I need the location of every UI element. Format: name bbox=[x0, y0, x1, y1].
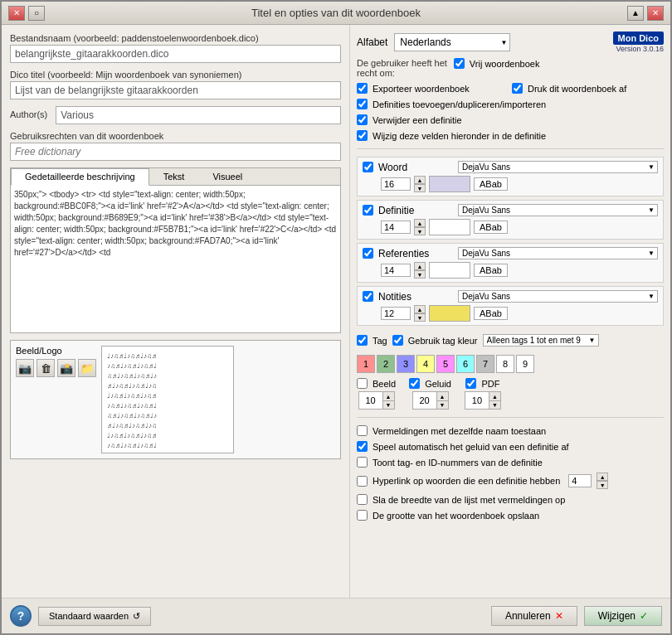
delete-button[interactable]: 🗑 bbox=[37, 359, 55, 377]
folder-button[interactable]: 📁 bbox=[78, 359, 96, 377]
dico-title-input[interactable] bbox=[10, 81, 341, 99]
svg-text:♪♫♬♩♪♫♬♩♪♫♬♩: ♪♫♬♩♪♫♬♩♪♫♬♩ bbox=[107, 442, 157, 449]
free-dict-checkbox[interactable] bbox=[454, 58, 465, 69]
geluid-spin-up[interactable]: ▲ bbox=[436, 392, 448, 400]
referenties-checkbox[interactable] bbox=[363, 248, 373, 259]
notities-size-down[interactable]: ▼ bbox=[414, 313, 426, 322]
notities-size-up[interactable]: ▲ bbox=[414, 305, 426, 313]
definitie-size-up[interactable]: ▲ bbox=[414, 219, 426, 227]
print-checkbox[interactable] bbox=[512, 83, 523, 94]
referenties-font-select[interactable]: DejaVu Sans bbox=[458, 247, 658, 259]
show-tags-checkbox[interactable] bbox=[357, 457, 368, 468]
same-name-checkbox[interactable] bbox=[357, 425, 368, 436]
tag-num-5[interactable]: 5 bbox=[436, 355, 455, 373]
notities-font-select[interactable]: DejaVu Sans bbox=[458, 290, 658, 303]
woord-abab-button[interactable]: ABab bbox=[474, 177, 508, 191]
tab-tekst[interactable]: Tekst bbox=[149, 168, 199, 185]
auto-play-row: Speel automatisch het geluid van een def… bbox=[357, 441, 664, 452]
geluid-checkbox-row: Geluid bbox=[409, 378, 451, 389]
pdf-value[interactable] bbox=[465, 394, 489, 407]
referenties-size-down[interactable]: ▼ bbox=[414, 270, 426, 279]
tag-num-2[interactable]: 2 bbox=[377, 355, 395, 373]
geluid-value[interactable] bbox=[413, 394, 436, 407]
hyperlink-value[interactable] bbox=[568, 474, 592, 487]
save-size-checkbox[interactable] bbox=[357, 510, 368, 521]
definitie-abab-button[interactable]: ABab bbox=[474, 221, 508, 234]
pdf-checkbox[interactable] bbox=[465, 378, 476, 389]
referenties-abab-button[interactable]: ABab bbox=[474, 264, 508, 277]
cancel-button[interactable]: Annuleren ✕ bbox=[491, 606, 577, 626]
close-button-right[interactable]: ✕ bbox=[647, 6, 664, 21]
tag-num-9[interactable]: 9 bbox=[516, 355, 534, 373]
ok-icon: ✓ bbox=[640, 610, 648, 622]
referenties-size-up[interactable]: ▲ bbox=[414, 262, 426, 270]
help-button[interactable]: ? bbox=[10, 605, 32, 627]
minimize-button[interactable]: ○ bbox=[28, 6, 45, 21]
use-tag-color-checkbox[interactable] bbox=[392, 335, 403, 346]
alphabet-select[interactable]: Nederlands English Français bbox=[394, 33, 510, 51]
preview-image: ♩♪♫♬♩♪♫♬♩♪♫♬ ♪♫♬♩♪♫♬♩♪♫♬♩ ♫♬♩♪♫♬♩♪♫♬♩♪ ♬… bbox=[104, 348, 232, 452]
woord-checkbox[interactable] bbox=[363, 162, 373, 172]
definitie-font-select[interactable]: DejaVu Sans bbox=[458, 204, 658, 216]
tag-num-8[interactable]: 8 bbox=[496, 355, 514, 373]
tag-checkbox[interactable] bbox=[357, 335, 368, 346]
definitie-color-swatch[interactable] bbox=[429, 219, 470, 235]
beeld-value[interactable] bbox=[359, 394, 382, 407]
geluid-label: Geluid bbox=[425, 379, 451, 389]
author-input[interactable] bbox=[56, 106, 341, 124]
woord-size-up[interactable]: ▲ bbox=[414, 176, 426, 184]
referenties-font-wrapper: DejaVu Sans ▼ bbox=[458, 247, 658, 259]
close-button[interactable]: ✕ bbox=[8, 6, 25, 21]
definitie-size-input[interactable] bbox=[381, 221, 411, 234]
notities-size-input[interactable] bbox=[381, 307, 411, 320]
beeld-label: Beeld bbox=[373, 379, 396, 389]
tag-num-3[interactable]: 3 bbox=[397, 355, 415, 373]
auto-play-checkbox[interactable] bbox=[357, 441, 368, 452]
ok-button[interactable]: Wijzigen ✓ bbox=[584, 606, 662, 626]
notities-checkbox[interactable] bbox=[363, 291, 373, 302]
referenties-color-swatch[interactable] bbox=[429, 262, 470, 279]
woord-color-swatch[interactable] bbox=[429, 176, 470, 192]
camera-button[interactable]: 📷 bbox=[16, 359, 34, 377]
save-width-checkbox[interactable] bbox=[357, 494, 368, 505]
hyperlink-spin-up[interactable]: ▲ bbox=[597, 473, 608, 481]
tab-text[interactable]: Gedetailleerde beschrijving bbox=[11, 168, 149, 186]
std-values-button[interactable]: Standaard waarden ↺ bbox=[38, 607, 151, 626]
pdf-spin-down[interactable]: ▼ bbox=[489, 400, 500, 409]
beeld-checkbox[interactable] bbox=[357, 378, 368, 389]
woord-font-select[interactable]: DejaVu Sans bbox=[458, 161, 658, 173]
word-entry-top-definitie: Definitie DejaVu Sans ▼ bbox=[363, 204, 658, 216]
tag-num-4[interactable]: 4 bbox=[416, 355, 435, 373]
woord-size-down[interactable]: ▼ bbox=[414, 184, 426, 192]
beeld-spin-up[interactable]: ▲ bbox=[382, 392, 394, 400]
hyperlink-spin-down[interactable]: ▼ bbox=[597, 481, 608, 489]
notities-color-swatch[interactable] bbox=[429, 305, 470, 322]
hyperlink-checkbox[interactable] bbox=[357, 476, 368, 487]
definitie-size-down[interactable]: ▼ bbox=[414, 227, 426, 235]
tag-dropdown-select[interactable]: Alleen tags 1 tot en met 9 bbox=[483, 334, 599, 347]
tag-num-6[interactable]: 6 bbox=[456, 355, 475, 373]
define-checkbox[interactable] bbox=[357, 99, 368, 109]
camera2-button[interactable]: 📸 bbox=[57, 359, 75, 377]
filename-input[interactable] bbox=[10, 45, 341, 63]
tag-num-7[interactable]: 7 bbox=[476, 355, 494, 373]
free-dict-label: Vrij woordenboek bbox=[470, 59, 540, 69]
geluid-spins: ▲ ▼ bbox=[436, 392, 448, 409]
geluid-spin-down[interactable]: ▼ bbox=[436, 400, 448, 409]
notities-abab-button[interactable]: ABab bbox=[474, 307, 508, 320]
remove-checkbox[interactable] bbox=[357, 114, 368, 125]
definitie-checkbox[interactable] bbox=[363, 205, 373, 216]
tab-visueel[interactable]: Visueel bbox=[198, 168, 256, 185]
tag-num-1[interactable]: 1 bbox=[357, 355, 375, 373]
svg-text:♩♪♫♬♩♪♫♬♩♪♫♬: ♩♪♫♬♩♪♫♬♩♪♫♬ bbox=[107, 432, 157, 439]
change-checkbox[interactable] bbox=[357, 130, 368, 141]
beeld-spin-down[interactable]: ▼ bbox=[382, 400, 394, 409]
scroll-up-button[interactable]: ▲ bbox=[627, 6, 644, 21]
referenties-size-input[interactable] bbox=[381, 264, 411, 277]
usage-input[interactable] bbox=[10, 143, 341, 161]
woord-size-input[interactable] bbox=[381, 177, 411, 191]
export-checkbox[interactable] bbox=[357, 83, 368, 94]
geluid-checkbox[interactable] bbox=[409, 378, 420, 389]
pdf-spin-up[interactable]: ▲ bbox=[489, 392, 500, 400]
description-content[interactable]: 350px;"> <tbody> <tr> <td style="text-al… bbox=[11, 186, 340, 332]
